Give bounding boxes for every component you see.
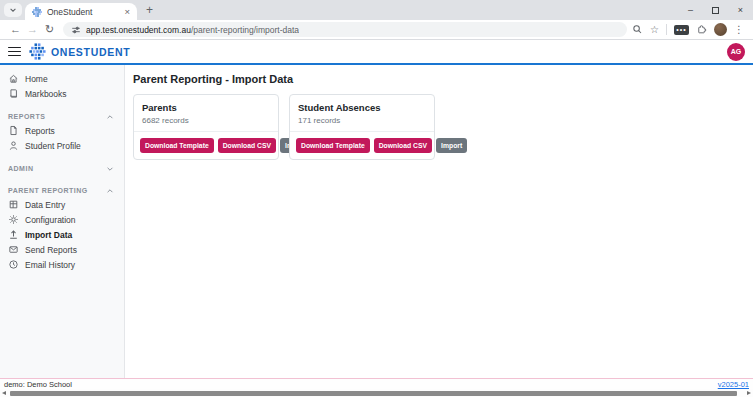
- sidebar-item-label: Email History: [25, 260, 75, 270]
- download-template-button[interactable]: Download Template: [140, 138, 214, 153]
- sidebar-item-label: Data Entry: [25, 200, 65, 210]
- window-maximize-button[interactable]: [703, 0, 728, 20]
- sidebar-section-admin[interactable]: ADMIN: [0, 162, 124, 175]
- sidebar-item-send-reports[interactable]: Send Reports: [0, 242, 124, 257]
- window-minimize-button[interactable]: –: [678, 0, 703, 20]
- tab-search-button[interactable]: [4, 3, 22, 17]
- import-cards: Parents 6682 records Download Template D…: [133, 94, 745, 160]
- version-link[interactable]: v2025-01: [718, 380, 749, 389]
- section-label: REPORTS: [8, 113, 45, 120]
- sidebar-item-label: Configuration: [25, 215, 76, 225]
- chevron-down-icon: [106, 165, 114, 173]
- sidebar-item-label: Import Data: [25, 230, 72, 240]
- clock-icon: [8, 259, 19, 270]
- document-icon: [8, 125, 19, 136]
- import-button[interactable]: Import: [436, 138, 467, 153]
- book-icon: [8, 88, 19, 99]
- sidebar-item-student-profile[interactable]: Student Profile: [0, 138, 124, 153]
- brand-logo[interactable]: ONESTUDENT: [29, 43, 130, 60]
- upload-icon: [8, 229, 19, 240]
- scrollbar-thumb[interactable]: [10, 391, 737, 396]
- section-label: ADMIN: [8, 165, 33, 172]
- horizontal-scrollbar[interactable]: [0, 389, 753, 397]
- toolbar-icons: ☆ ••• ⋮: [632, 23, 746, 36]
- card-footer: Download Template Download CSV Import: [290, 131, 434, 159]
- url-text: app.test.onestudent.com.au/parent-report…: [86, 25, 299, 35]
- card-body: Parents 6682 records: [134, 95, 278, 131]
- brand-name: ONESTUDENT: [51, 46, 130, 58]
- section-label: PARENT REPORTING: [8, 187, 88, 194]
- sidebar-item-home[interactable]: Home: [0, 71, 124, 86]
- school-label: demo: Demo School: [4, 380, 72, 389]
- browser-profile-avatar[interactable]: [714, 23, 727, 36]
- home-icon: [8, 73, 19, 84]
- sidebar-item-reports[interactable]: Reports: [0, 123, 124, 138]
- sidebar-section-parent-reporting[interactable]: PARENT REPORTING: [0, 184, 124, 197]
- main-content: Parent Reporting - Import Data Parents 6…: [125, 65, 753, 378]
- table-icon: [8, 199, 19, 210]
- sidebar: Home Markbooks REPORTS Reports Student P…: [0, 65, 125, 378]
- card-parents: Parents 6682 records Download Template D…: [133, 94, 279, 160]
- sidebar-item-configuration[interactable]: Configuration: [0, 212, 124, 227]
- app-header: ONESTUDENT AG: [0, 40, 753, 65]
- sidebar-item-email-history[interactable]: Email History: [0, 257, 124, 272]
- window-close-button[interactable]: ×: [728, 0, 753, 20]
- onestudent-favicon: [32, 7, 42, 17]
- card-student-absences: Student Absences 171 records Download Te…: [289, 94, 435, 160]
- sidebar-item-label: Send Reports: [25, 245, 77, 255]
- url-bar[interactable]: app.test.onestudent.com.au/parent-report…: [63, 22, 627, 37]
- forward-button[interactable]: →: [24, 24, 41, 35]
- download-csv-button[interactable]: Download CSV: [374, 138, 432, 153]
- card-title: Parents: [142, 102, 270, 113]
- toolbar-separator: [666, 24, 667, 35]
- tab-title: OneStudent: [47, 7, 119, 17]
- download-csv-button[interactable]: Download CSV: [218, 138, 276, 153]
- browser-tab-onestudent[interactable]: OneStudent ×: [25, 3, 137, 20]
- page-title: Parent Reporting - Import Data: [133, 73, 745, 85]
- card-footer: Download Template Download CSV Import: [134, 131, 278, 159]
- sidebar-section-reports[interactable]: REPORTS: [0, 110, 124, 123]
- onestudent-logo-icon: [29, 43, 46, 60]
- app-footer: demo: Demo School v2025-01: [0, 378, 753, 389]
- new-tab-button[interactable]: +: [141, 2, 158, 19]
- scroll-left-arrow[interactable]: [2, 391, 6, 395]
- chevron-up-icon: [106, 187, 114, 195]
- extensions-puzzle-icon[interactable]: [696, 24, 707, 35]
- keyboard-icon[interactable]: •••: [674, 25, 689, 35]
- site-info-icon[interactable]: [71, 25, 81, 35]
- body-row: Home Markbooks REPORTS Reports Student P…: [0, 65, 753, 378]
- gear-icon: [8, 214, 19, 225]
- window-controls: – ×: [678, 0, 753, 20]
- browser-toolbar: ← → ↻ app.test.onestudent.com.au/parent-…: [0, 20, 753, 40]
- sidebar-item-label: Markbooks: [25, 89, 67, 99]
- back-button[interactable]: ←: [7, 24, 24, 35]
- browser-menu-icon[interactable]: ⋮: [734, 24, 744, 35]
- card-title: Student Absences: [298, 102, 426, 113]
- person-icon: [8, 140, 19, 151]
- chevron-up-icon: [106, 113, 114, 121]
- refresh-button[interactable]: ↻: [41, 24, 58, 35]
- user-avatar[interactable]: AG: [727, 43, 745, 61]
- chevron-down-icon: [9, 6, 17, 14]
- card-record-count: 171 records: [298, 116, 426, 125]
- browser-tab-strip: OneStudent × + – ×: [0, 0, 753, 20]
- sidebar-item-label: Student Profile: [25, 141, 81, 151]
- card-record-count: 6682 records: [142, 116, 270, 125]
- hamburger-menu-icon[interactable]: [8, 47, 21, 57]
- tab-close-button[interactable]: ×: [124, 7, 130, 17]
- zoom-icon[interactable]: [632, 24, 643, 35]
- sidebar-item-label: Home: [25, 74, 48, 84]
- sidebar-item-label: Reports: [25, 126, 55, 136]
- sidebar-item-data-entry[interactable]: Data Entry: [0, 197, 124, 212]
- maximize-icon: [712, 7, 719, 14]
- scroll-right-arrow[interactable]: [747, 391, 751, 395]
- sidebar-item-import-data[interactable]: Import Data: [0, 227, 124, 242]
- card-body: Student Absences 171 records: [290, 95, 434, 131]
- envelope-icon: [8, 244, 19, 255]
- download-template-button[interactable]: Download Template: [296, 138, 370, 153]
- url-path: /parent-reporting/import-data: [191, 25, 299, 35]
- sidebar-item-markbooks[interactable]: Markbooks: [0, 86, 124, 101]
- bookmark-star-icon[interactable]: ☆: [650, 24, 659, 35]
- url-domain: app.test.onestudent.com.au: [86, 25, 191, 35]
